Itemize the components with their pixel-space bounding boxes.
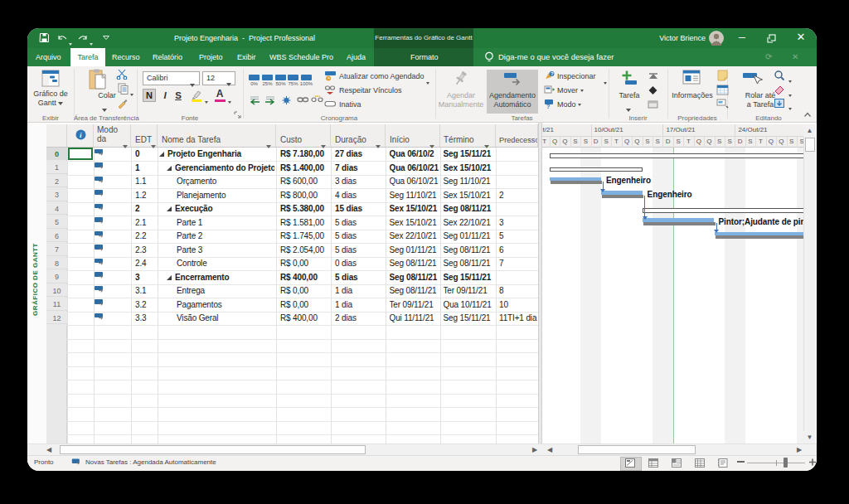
svg-text:?: ?	[546, 104, 550, 109]
svg-text:?: ?	[551, 71, 554, 76]
